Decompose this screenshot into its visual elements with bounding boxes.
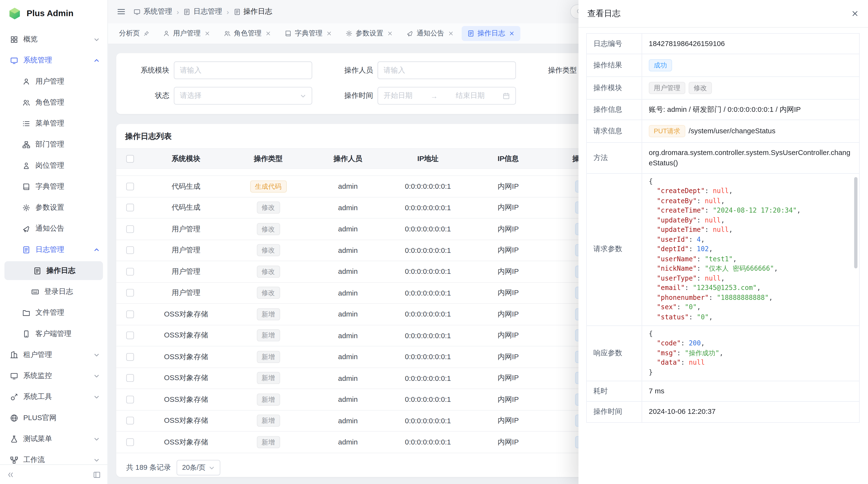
cell-operator: admin xyxy=(308,203,388,212)
sidebar-item-client-management[interactable]: 客户端管理 xyxy=(0,323,107,344)
tab-user-management[interactable]: 用户管理 xyxy=(157,26,216,41)
sidebar-item-param-settings[interactable]: 参数设置 xyxy=(0,197,107,218)
sidebar-item-dict-management[interactable]: 字典管理 xyxy=(0,176,107,197)
cell-module: 代码生成 xyxy=(144,203,228,213)
row-checkbox[interactable] xyxy=(126,289,134,297)
sidebar-item-overview[interactable]: 概览 xyxy=(0,29,107,50)
sidebar-item-post-management[interactable]: 岗位管理 xyxy=(0,155,107,176)
sidebar-item-workflow[interactable]: 工作流 xyxy=(0,449,107,464)
monitor-icon xyxy=(133,8,141,15)
breadcrumb-log-management[interactable]: 日志管理 xyxy=(184,7,222,17)
filter-op-time: 操作时间 开始日期 → 结束日期 xyxy=(329,87,516,104)
cell-operator: admin xyxy=(308,225,388,233)
row-checkbox[interactable] xyxy=(126,268,134,276)
sidebar-item-operation-log[interactable]: 操作日志 xyxy=(4,261,103,280)
close-icon[interactable] xyxy=(851,9,859,18)
layout-pin-icon[interactable] xyxy=(93,471,101,479)
log-detail-table: 日志编号 1842781986426159106 操作结果 成功 操作模块 用户… xyxy=(586,33,860,423)
person-icon xyxy=(22,161,30,169)
sidebar-item-menu-management[interactable]: 菜单管理 xyxy=(0,113,107,134)
put-request-tag: PUT请求 xyxy=(649,125,685,138)
cell-operator: admin xyxy=(308,267,388,276)
breadcrumb-system-management[interactable]: 系统管理 xyxy=(133,7,172,17)
sidebar-item-system-monitor[interactable]: 系统监控 xyxy=(0,365,107,386)
row-checkbox[interactable] xyxy=(126,353,134,361)
breadcrumb-operation-log[interactable]: 操作日志 xyxy=(234,7,272,17)
status-label: 状态 xyxy=(125,91,169,101)
collapse-sidebar-icon[interactable] xyxy=(7,471,14,479)
tab-param-settings[interactable]: 参数设置 xyxy=(340,26,398,41)
tab-operation-log[interactable]: 操作日志 xyxy=(462,26,520,41)
gear-icon xyxy=(345,30,352,37)
tab-dict-management[interactable]: 字典管理 xyxy=(279,26,337,41)
sidebar-item-notice[interactable]: 通知公告 xyxy=(0,218,107,239)
cell-operator: admin xyxy=(308,182,388,190)
hamburger-menu-icon[interactable] xyxy=(117,7,126,16)
sidebar-item-system-tools[interactable]: 系统工具 xyxy=(0,386,107,407)
cell-ip: 0:0:0:0:0:0:0:1 xyxy=(388,374,468,382)
field-request: 请求信息 PUT请求 /system/user/changeStatus xyxy=(587,120,859,143)
select-all-checkbox[interactable] xyxy=(126,155,134,162)
sidebar-item-tenant-management[interactable]: 租户管理 xyxy=(0,344,107,365)
sidebar-item-test-menu[interactable]: 测试菜单 xyxy=(0,428,107,449)
doc-icon xyxy=(467,30,474,37)
row-checkbox[interactable] xyxy=(126,332,134,340)
tab-notice[interactable]: 通知公告 xyxy=(401,26,459,41)
tab-label: 角色管理 xyxy=(234,29,261,38)
cell-ip-info: 内网IP xyxy=(468,416,548,426)
close-icon xyxy=(387,30,393,36)
flask-icon xyxy=(10,434,18,443)
column-header-0[interactable]: 系统模块 xyxy=(144,154,228,163)
column-header-4[interactable]: IP信息 xyxy=(468,154,548,163)
cell-operator: admin xyxy=(308,289,388,297)
row-checkbox[interactable] xyxy=(126,246,134,254)
code-scrollbar[interactable] xyxy=(854,177,858,322)
sidebar-item-plus-website[interactable]: PLUS官网 xyxy=(0,407,107,428)
method-value: org.dromara.system.controller.system.Sys… xyxy=(642,143,859,173)
op-type-tag: 修改 xyxy=(256,265,280,278)
field-method: 方法 org.dromara.system.controller.system.… xyxy=(587,143,859,173)
sidebar-item-file-management[interactable]: 文件管理 xyxy=(0,302,107,323)
drawer-title: 查看日志 xyxy=(587,8,621,19)
cell-ip-info: 内网IP xyxy=(468,309,548,319)
cell-ip: 0:0:0:0:0:0:0:1 xyxy=(388,289,468,297)
globe-icon xyxy=(10,414,18,422)
row-checkbox[interactable] xyxy=(126,310,134,318)
column-header-2[interactable]: 操作人员 xyxy=(308,154,388,163)
row-checkbox[interactable] xyxy=(126,438,134,446)
tab-analysis[interactable]: 分析页 xyxy=(114,26,155,41)
filter-system-module: 系统模块 请输入 xyxy=(125,61,312,79)
users-icon xyxy=(223,30,230,37)
sidebar-item-dept-management[interactable]: 部门管理 xyxy=(0,134,107,155)
sidebar-item-role-management[interactable]: 角色管理 xyxy=(0,92,107,113)
cell-module: 用户管理 xyxy=(144,288,228,298)
operator-input[interactable]: 请输入 xyxy=(378,61,516,79)
request-params-json: { "createDept": null, "createBy": null, … xyxy=(649,177,851,322)
row-checkbox[interactable] xyxy=(126,204,134,212)
close-icon xyxy=(204,30,210,36)
column-header-3[interactable]: IP地址 xyxy=(388,154,468,163)
row-checkbox[interactable] xyxy=(126,225,134,233)
tab-label: 操作日志 xyxy=(477,29,505,38)
sidebar-item-system-management[interactable]: 系统管理 xyxy=(0,50,107,71)
op-type-tag: 新增 xyxy=(256,415,280,427)
status-select[interactable]: 请选择 xyxy=(174,87,312,104)
building-icon xyxy=(10,351,18,359)
sidebar-item-user-management[interactable]: 用户管理 xyxy=(0,71,107,92)
cell-operator: admin xyxy=(308,395,388,404)
tab-role-management[interactable]: 角色管理 xyxy=(218,26,276,41)
scrollbar-thumb[interactable] xyxy=(854,177,858,268)
row-checkbox[interactable] xyxy=(126,417,134,424)
filter-status: 状态 请选择 xyxy=(125,87,312,104)
sidebar-item-log-management[interactable]: 日志管理 xyxy=(0,239,107,260)
sidebar-item-login-log[interactable]: 登录日志 xyxy=(0,281,107,302)
row-checkbox[interactable] xyxy=(126,395,134,403)
row-checkbox[interactable] xyxy=(126,374,134,382)
op-time-range-input[interactable]: 开始日期 → 结束日期 xyxy=(378,87,516,104)
row-checkbox[interactable] xyxy=(126,183,134,190)
list-icon xyxy=(22,119,30,128)
system-module-input[interactable]: 请输入 xyxy=(174,61,312,79)
page-size-select[interactable]: 20条/页 xyxy=(177,460,220,475)
column-header-1[interactable]: 操作类型 xyxy=(228,154,308,163)
app-logo-row[interactable]: Plus Admin xyxy=(0,0,107,27)
